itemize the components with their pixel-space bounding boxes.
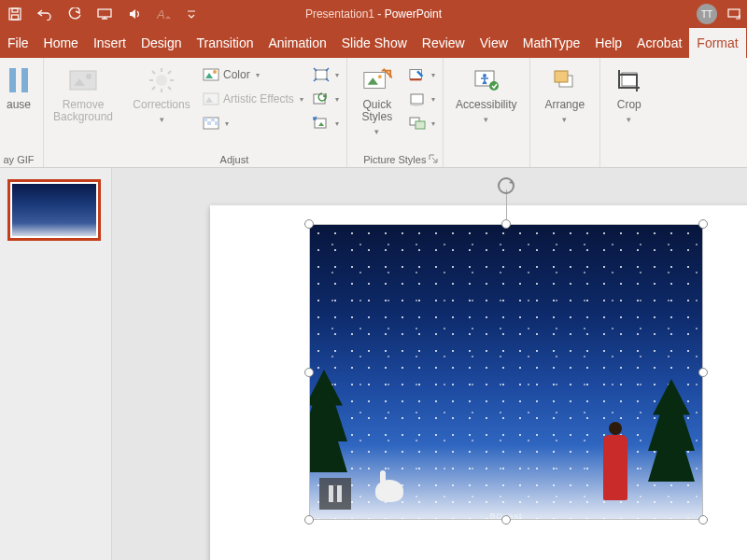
svg-rect-26 [207, 121, 211, 125]
arrange-icon [550, 65, 580, 95]
corrections-button[interactable]: Corrections ▾ [128, 62, 195, 124]
chevron-down-icon: ▾ [562, 115, 567, 124]
group-size: Crop ▾ [600, 58, 658, 167]
svg-rect-5 [728, 9, 740, 17]
svg-rect-22 [204, 93, 218, 105]
reset-picture-button[interactable]: ▾ [311, 112, 341, 134]
svg-rect-1 [12, 8, 18, 12]
slide-canvas-area[interactable]: BDcast [112, 168, 747, 560]
pause-gif-button[interactable]: ause [0, 62, 37, 111]
svg-point-21 [213, 70, 217, 74]
svg-point-32 [378, 75, 382, 78]
corrections-icon [147, 65, 176, 95]
tab-transitions[interactable]: Transition [190, 28, 261, 58]
svg-line-19 [152, 87, 155, 90]
artistic-effects-button[interactable]: Artistic Effects▾ [201, 88, 305, 110]
qat-customize-icon[interactable] [187, 7, 196, 21]
document-name: Presentation1 [305, 7, 374, 21]
picture-content: BDcast [310, 225, 702, 519]
volume-icon[interactable] [127, 7, 142, 21]
slide-thumbnail-panel [0, 168, 112, 560]
chevron-down-icon: ▾ [431, 119, 435, 128]
dialog-launcher-icon[interactable] [429, 153, 440, 164]
compress-pictures-icon [313, 66, 330, 83]
tab-design[interactable]: Design [134, 28, 190, 58]
tab-format[interactable]: Format [689, 28, 745, 58]
svg-rect-9 [70, 71, 96, 90]
figure-girl [603, 435, 627, 500]
group-accessibility: Accessibility ▾ [444, 58, 530, 167]
tab-animations[interactable]: Animation [261, 28, 333, 58]
resize-handle-s[interactable] [501, 515, 511, 525]
chevron-down-icon: ▾ [300, 95, 303, 104]
tab-acrobat[interactable]: Acrobat [629, 28, 689, 58]
ribbon-display-options-icon[interactable] [726, 7, 741, 21]
resize-handle-ne[interactable] [698, 219, 708, 229]
compress-pictures-button[interactable]: ▾ [311, 63, 341, 86]
svg-point-45 [499, 178, 514, 193]
remove-background-button[interactable]: Remove Background [49, 62, 117, 123]
selected-picture[interactable]: BDcast [310, 225, 702, 519]
svg-rect-43 [555, 71, 568, 82]
chevron-down-icon: ▾ [431, 71, 435, 79]
group-remove-bg: Remove Background [44, 58, 122, 167]
svg-rect-25 [211, 118, 215, 121]
chevron-down-icon: ▾ [431, 95, 435, 104]
resize-handle-e[interactable] [698, 368, 708, 377]
quick-styles-button[interactable]: Quick Styles ▾ [353, 62, 402, 136]
resize-handle-w[interactable] [304, 368, 314, 377]
group-play-gif: ause ay GIF [0, 58, 44, 167]
group-adjust: Corrections ▾ Color▾ Artistic Effects▾ ▾ [122, 58, 347, 167]
change-picture-button[interactable]: ▾ [311, 88, 341, 110]
color-button[interactable]: Color▾ [201, 63, 305, 86]
undo-icon[interactable] [37, 7, 52, 21]
ribbon-tab-strip: File Home Insert Design Transition Anima… [0, 28, 747, 58]
group-arrange: Arrange ▾ [530, 58, 600, 167]
resize-handle-nw[interactable] [304, 219, 314, 229]
chevron-down-icon: ▾ [160, 115, 164, 124]
app-name: PowerPoint [385, 7, 442, 21]
reset-picture-icon [313, 115, 330, 132]
color-icon [203, 66, 219, 83]
accessibility-button[interactable]: Accessibility ▾ [449, 62, 524, 124]
workspace: BDcast [0, 168, 747, 560]
svg-rect-8 [21, 68, 28, 92]
tab-help[interactable]: Help [587, 28, 629, 58]
tab-review[interactable]: Review [415, 28, 472, 58]
save-icon[interactable] [7, 7, 22, 21]
arrange-button[interactable]: Arrange ▾ [536, 62, 594, 124]
tab-mathtype[interactable]: MathType [515, 28, 587, 58]
resize-handle-n[interactable] [501, 219, 511, 229]
resize-handle-sw[interactable] [304, 515, 314, 525]
picture-effects-button[interactable]: ▾ [407, 88, 437, 110]
tab-insert[interactable]: Insert [86, 28, 134, 58]
gif-pause-overlay-button[interactable] [319, 478, 351, 510]
svg-point-10 [86, 74, 92, 79]
svg-rect-24 [204, 118, 207, 121]
tab-home[interactable]: Home [36, 28, 86, 58]
picture-layout-icon [409, 115, 426, 132]
chevron-down-icon: ▾ [335, 119, 339, 128]
slideshow-start-icon[interactable] [97, 7, 112, 21]
slide-thumbnail-1[interactable] [7, 179, 101, 241]
tab-file[interactable]: File [0, 28, 36, 58]
transparency-button[interactable]: ▾ [201, 112, 305, 134]
chevron-down-icon: ▾ [374, 127, 379, 136]
change-picture-icon [313, 91, 330, 107]
group-picture-styles: Quick Styles ▾ ▾ ▾ ▾ Picture Styles [347, 58, 444, 167]
crop-button[interactable]: Crop ▾ [606, 62, 653, 124]
user-avatar[interactable]: TT [697, 4, 717, 24]
picture-layout-button[interactable]: ▾ [407, 112, 437, 134]
chevron-down-icon: ▾ [256, 71, 260, 79]
picture-border-button[interactable]: ▾ [407, 63, 437, 86]
tab-view[interactable]: View [472, 28, 515, 58]
rotation-handle[interactable] [495, 175, 517, 197]
redo-icon[interactable] [67, 7, 82, 21]
quick-styles-icon [362, 65, 392, 95]
pause-icon [4, 65, 34, 95]
svg-point-11 [156, 75, 167, 86]
svg-rect-27 [215, 121, 218, 125]
tab-slideshow[interactable]: Slide Show [334, 28, 415, 58]
resize-handle-se[interactable] [698, 515, 708, 525]
font-format-icon[interactable]: A [157, 7, 172, 21]
